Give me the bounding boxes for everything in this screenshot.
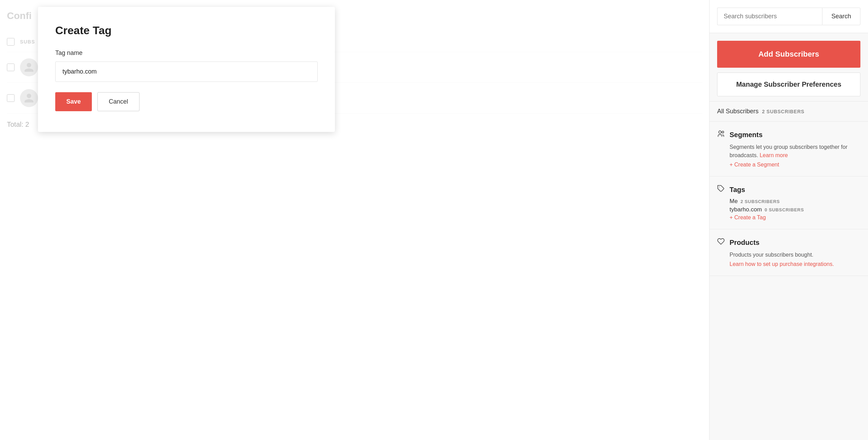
products-learn-link[interactable]: Learn how to set up purchase integration… — [717, 261, 860, 267]
save-button[interactable]: Save — [55, 92, 92, 111]
svg-point-0 — [719, 131, 721, 133]
tags-header: Tags — [717, 185, 860, 194]
search-button[interactable]: Search — [822, 8, 860, 25]
cancel-button[interactable]: Cancel — [97, 92, 139, 111]
tag-count-tybarho: 0 SUBSCRIBERS — [765, 207, 804, 212]
modal-title: Create Tag — [55, 24, 318, 37]
tags-icon — [717, 185, 725, 194]
tag-name-tybarho: tybarho.com — [730, 206, 762, 213]
products-section: Products Products your subscribers bough… — [710, 229, 868, 276]
tag-name-label: Tag name — [55, 49, 318, 57]
tags-section: Tags Me 2 SUBSCRIBERS tybarho.com 0 SUBS… — [710, 176, 868, 229]
tag-count-me: 2 SUBSCRIBERS — [741, 199, 780, 204]
products-description: Products your subscribers bought. — [717, 251, 860, 259]
tags-title: Tags — [730, 186, 745, 194]
svg-point-1 — [722, 131, 724, 133]
search-bar: Search — [710, 0, 868, 33]
all-subscribers-row: All Subscribers 2 SUBSCRIBERS — [710, 101, 868, 122]
products-icon — [717, 238, 725, 247]
manage-preferences-button[interactable]: Manage Subscriber Preferences — [717, 73, 860, 96]
create-segment-link[interactable]: + Create a Segment — [717, 162, 860, 168]
modal-button-group: Save Cancel — [55, 92, 318, 111]
create-tag-modal: Create Tag Tag name Save Cancel — [38, 7, 335, 132]
products-header: Products — [717, 238, 860, 247]
main-content: Confi SUBS Total: 2 Create Tag Tag name … — [0, 0, 709, 440]
segments-section: Segments Segments let you group subscrib… — [710, 122, 868, 176]
list-item: tybarho.com 0 SUBSCRIBERS — [730, 206, 860, 213]
create-tag-link[interactable]: + Create a Tag — [717, 214, 860, 221]
segments-description: Segments let you group subscribers toget… — [717, 143, 860, 160]
list-item: Me 2 SUBSCRIBERS — [730, 198, 860, 205]
products-title: Products — [730, 239, 760, 247]
segments-learn-more-link[interactable]: Learn more — [760, 152, 788, 158]
tag-name-input[interactable] — [55, 61, 318, 82]
tag-name-me: Me — [730, 198, 738, 205]
segments-icon — [717, 130, 725, 140]
tag-list: Me 2 SUBSCRIBERS tybarho.com 0 SUBSCRIBE… — [717, 198, 860, 213]
all-subscribers-label: All Subscribers — [717, 108, 759, 115]
add-subscribers-button[interactable]: Add Subscribers — [717, 41, 860, 68]
all-subscribers-count-badge: 2 SUBSCRIBERS — [762, 109, 804, 114]
segments-header: Segments — [717, 130, 860, 140]
right-sidebar: Search Add Subscribers Manage Subscriber… — [709, 0, 868, 440]
search-input[interactable] — [717, 8, 822, 25]
segments-title: Segments — [730, 131, 763, 139]
